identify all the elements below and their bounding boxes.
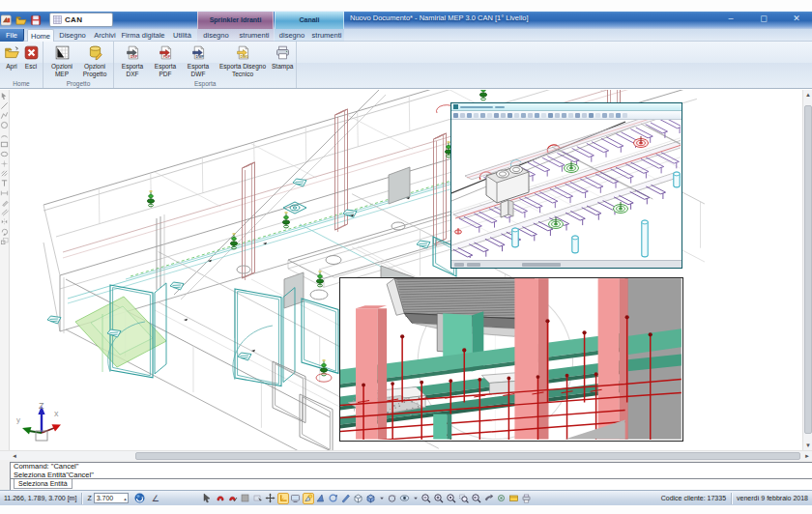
statusbar-tool-pan-view[interactable] xyxy=(483,493,495,504)
viewport-tool-button-21[interactable] xyxy=(589,113,594,118)
statusbar-tool-grid-toggle[interactable] xyxy=(240,493,251,504)
minimize-button[interactable]: – xyxy=(721,13,740,25)
command-history[interactable]: Command: "Cancel" Seleziona Entità"Cance… xyxy=(10,462,812,479)
angle-icon[interactable]: ∠ xyxy=(152,494,160,503)
statusbar-tool-entity-track[interactable] xyxy=(303,493,314,504)
viewport-tool-button-17[interactable] xyxy=(562,113,566,118)
polyline-tool[interactable] xyxy=(0,111,9,120)
viewport-tool-button-7[interactable] xyxy=(494,113,499,118)
viewport-tool-button-18[interactable] xyxy=(568,113,573,118)
ribbon-tab-disegno-1[interactable]: Disegno xyxy=(56,29,89,42)
detail-viewport-window[interactable] xyxy=(450,102,682,269)
offset-tool[interactable] xyxy=(0,208,9,216)
viewport-tool-button-1[interactable] xyxy=(453,113,458,118)
ellipse-tool[interactable] xyxy=(0,150,9,158)
statusbar-tool-dropdown-2[interactable] xyxy=(412,493,420,504)
viewport-tool-button-2[interactable] xyxy=(460,113,465,118)
viewport-tool-button-22[interactable] xyxy=(595,113,600,118)
viewport-tool-button-25[interactable] xyxy=(616,113,621,118)
ribbon-tab-utilità-4[interactable]: Utilità xyxy=(168,29,196,42)
viewport-tool-button-26[interactable] xyxy=(623,113,627,118)
z-value-input[interactable]: 3.700 ▴ xyxy=(94,493,129,503)
apri-button[interactable]: Apri xyxy=(2,43,21,79)
statusbar-tool-entity-snap[interactable] xyxy=(252,493,264,504)
vertical-scroll-thumb[interactable] xyxy=(804,105,812,434)
statusbar-tool-eye-view[interactable] xyxy=(399,493,411,504)
hatch-tool[interactable] xyxy=(0,169,9,178)
viewport-tool-button-6[interactable] xyxy=(487,113,492,118)
document-type-combo[interactable]: CAN xyxy=(49,13,113,27)
dim-tool[interactable] xyxy=(0,188,9,197)
statusbar-tool-cube-blue[interactable] xyxy=(365,493,377,504)
ribbon-tab-strumenti-6[interactable]: strumenti xyxy=(235,29,274,42)
horizontal-scroll-thumb[interactable] xyxy=(135,452,800,460)
esporta-dwf-button[interactable]: DWF Esporta DWF xyxy=(182,43,215,79)
stampa-button[interactable]: Stampa xyxy=(271,43,294,79)
esporta-pdf-button[interactable]: PDF Esporta PDF xyxy=(149,43,182,79)
viewport-scroll-strip[interactable] xyxy=(451,260,682,268)
viewport-tool-button-14[interactable] xyxy=(541,113,546,118)
viewport-tool-button-10[interactable] xyxy=(514,113,519,118)
viewport-tool-button-20[interactable] xyxy=(582,113,587,118)
statusbar-tool-zoom-window[interactable] xyxy=(458,493,470,504)
pointer[interactable] xyxy=(0,92,9,100)
rotate-tool[interactable] xyxy=(0,227,9,236)
ribbon-tab-disegno-5[interactable]: disegno xyxy=(197,29,235,42)
statusbar-tool-sheet-layout[interactable] xyxy=(508,493,520,504)
z-spinner[interactable]: ▴ xyxy=(124,494,127,504)
ribbon-tab-archivi-2[interactable]: Archivi xyxy=(91,29,119,42)
viewport-scroll-thumb[interactable] xyxy=(454,263,464,267)
statusbar-tool-nav-rotate[interactable] xyxy=(328,493,339,504)
viewport-tool-button-24[interactable] xyxy=(609,113,614,118)
esporta-dxf-button[interactable]: DXF Esporta DXF xyxy=(116,43,149,79)
statusbar-tool-nav-pen[interactable] xyxy=(340,493,352,504)
statusbar-tool-ortho[interactable] xyxy=(277,493,289,504)
viewport-tool-button-9[interactable] xyxy=(508,113,512,118)
statusbar-tool-snap-magnet[interactable] xyxy=(215,493,226,504)
statusbar-tool-screen-monitor[interactable] xyxy=(290,493,302,504)
viewport-tool-button-15[interactable] xyxy=(548,113,553,118)
point-tool[interactable] xyxy=(0,159,9,168)
ribbon-tab-firma-digitale-3[interactable]: Firma digitale xyxy=(120,29,166,42)
statusbar-tool-cube-white[interactable] xyxy=(353,493,364,504)
info-icon[interactable] xyxy=(134,493,145,503)
scroll-up-arrow[interactable]: ▲ xyxy=(803,90,812,100)
statusbar-tool-select-arrow[interactable] xyxy=(202,493,214,504)
horizontal-scrollbar[interactable]: ◄ ► xyxy=(0,450,812,460)
rect-tool[interactable] xyxy=(0,140,9,149)
viewport-tool-button-13[interactable] xyxy=(535,113,539,118)
ribbon-tab-home-0[interactable]: Home xyxy=(27,29,54,42)
statusbar-tool-nav-up-left[interactable] xyxy=(315,493,327,504)
viewport-tool-button-3[interactable] xyxy=(467,113,472,118)
opzioni-progetto-button[interactable]: Opzioni Progetto xyxy=(78,43,111,79)
statusbar-tool-printer-status[interactable] xyxy=(521,493,533,504)
viewport-tool-button-4[interactable] xyxy=(474,113,478,118)
statusbar-tool-zoom-previous[interactable] xyxy=(471,493,482,504)
open-icon[interactable] xyxy=(15,14,27,26)
statusbar-tool-zoom-out[interactable] xyxy=(420,493,432,504)
ribbon-tab-strumenti-8[interactable]: strumenti xyxy=(309,29,344,42)
viewport-tool-button-12[interactable] xyxy=(528,113,533,118)
statusbar-tool-zoom-extents[interactable] xyxy=(446,493,457,504)
vertical-scrollbar[interactable]: ▲ ▼ xyxy=(802,90,812,450)
arc-tool[interactable] xyxy=(0,130,9,139)
esporta-disegno-tecnico-button[interactable]: DWG Esporta Disegno Tecnico xyxy=(215,43,271,79)
ribbon-tab-disegno-7[interactable]: disegno xyxy=(275,29,309,42)
app-icon[interactable] xyxy=(1,14,13,26)
viewport-tool-button-11[interactable] xyxy=(521,113,526,118)
viewport-tool-button-8[interactable] xyxy=(501,113,506,118)
viewport-tool-button-5[interactable] xyxy=(480,113,485,118)
scroll-down-arrow[interactable]: ▼ xyxy=(803,441,812,450)
viewport-tool-button-23[interactable] xyxy=(602,113,607,118)
save-icon[interactable] xyxy=(30,14,42,26)
opzioni-mep-button[interactable]: Opzioni MEP xyxy=(45,43,78,79)
line-tool[interactable] xyxy=(0,101,9,110)
circle-tool[interactable] xyxy=(0,121,9,129)
esci-button[interactable]: Esci xyxy=(21,43,41,79)
command-prompt[interactable]: Seleziona Entità xyxy=(14,479,72,489)
statusbar-tool-orbit-circle[interactable] xyxy=(387,493,398,504)
statusbar-tool-cross-move[interactable] xyxy=(265,493,276,504)
maximize-button[interactable]: ◻ xyxy=(754,13,773,25)
statusbar-tool-snap-magnet-edit[interactable] xyxy=(227,493,239,504)
erase-tool[interactable] xyxy=(0,198,9,207)
